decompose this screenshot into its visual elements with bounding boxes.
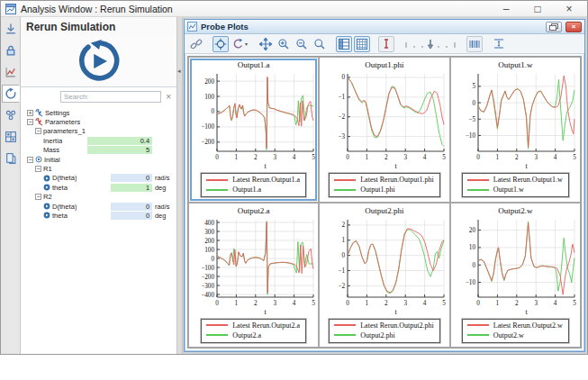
plot-cell-output2-w[interactable]: Output2.w20100−10012345tLatest Rerun.Out… xyxy=(450,203,581,348)
grid-multi-icon[interactable] xyxy=(354,36,370,52)
panel-splitter[interactable]: ◂ xyxy=(177,17,183,354)
plot-cell-output1-a[interactable]: Output1.a2001000−100−200012345tLatest Re… xyxy=(188,57,319,203)
svg-text:2: 2 xyxy=(254,300,258,307)
legend-label: Output2.w xyxy=(493,331,524,339)
legend-line-swatch xyxy=(206,179,228,181)
value-field[interactable]: 0.4 xyxy=(87,137,152,145)
zoom-out-icon[interactable] xyxy=(294,36,310,52)
molecule-icon[interactable] xyxy=(2,106,20,124)
link-icon[interactable] xyxy=(188,36,204,52)
legend-label: Output1.w xyxy=(493,185,524,194)
tree-row-settings[interactable]: +Settings xyxy=(24,108,174,117)
plot-cell-output1-w[interactable]: Output1.w50−5−10012345tLatest Rerun.Outp… xyxy=(450,57,581,203)
svg-text:1: 1 xyxy=(366,154,369,161)
value-field[interactable]: 0 xyxy=(111,203,152,211)
minimize-button[interactable]: – xyxy=(493,3,520,15)
tree-expander-icon[interactable]: − xyxy=(35,128,41,134)
align-icon[interactable] xyxy=(491,36,507,52)
library-icon[interactable] xyxy=(2,149,20,167)
tree-label: D(theta) xyxy=(52,174,77,182)
probe-float-button[interactable] xyxy=(546,22,562,32)
legend-line-swatch xyxy=(206,334,228,336)
tree-row-d-theta-[interactable]: D(theta)0rad/s xyxy=(24,202,174,211)
legend-row: Latest Rerun.Output1.w xyxy=(467,175,563,185)
search-row: × xyxy=(21,87,176,105)
plot-canvas[interactable]: 2001000−100−200012345t xyxy=(190,70,318,171)
legend-label: Output2.phi xyxy=(360,331,394,339)
tree-row-d-theta-[interactable]: D(theta)0rad/s xyxy=(24,174,174,183)
close-button[interactable]: × xyxy=(556,3,583,15)
schematic-icon[interactable] xyxy=(2,128,20,146)
lock-icon[interactable] xyxy=(2,41,20,59)
plot-cell-output1-phi[interactable]: Output1.phi0−1−2−3012345tLatest Rerun.Ou… xyxy=(319,57,449,203)
rerun-button[interactable] xyxy=(76,39,122,84)
zoom-in-icon[interactable] xyxy=(276,36,292,52)
state-blue-icon xyxy=(43,175,50,182)
plot-legend: Latest Rerun.Output2.phiOutput2.phi xyxy=(329,319,440,343)
probe-close-button[interactable]: × xyxy=(565,22,582,32)
maximize-button[interactable]: □ xyxy=(524,3,551,15)
tree-expander-icon[interactable]: − xyxy=(27,119,33,125)
svg-text:1: 1 xyxy=(341,237,345,244)
plot-title: Output2.a xyxy=(238,206,270,216)
slider[interactable] xyxy=(403,36,458,52)
probe-cursor-icon[interactable] xyxy=(213,36,229,52)
marker-icon[interactable] xyxy=(378,36,394,52)
search-input[interactable] xyxy=(60,91,161,103)
plot-cell-output2-a[interactable]: Output2.a4003002001000−100−200−300−40001… xyxy=(188,203,319,348)
plot-legend: Latest Rerun.Output1.wOutput1.w xyxy=(462,173,569,197)
tree-row-mass[interactable]: Mass5 xyxy=(24,146,174,155)
barcode-icon[interactable] xyxy=(466,36,483,52)
tree-row-r2[interactable]: −R2 xyxy=(24,193,174,202)
plot-legend: Latest Rerun.Output1.phiOutput1.phi xyxy=(329,173,440,197)
tree-label: Parameters xyxy=(45,118,80,126)
tree-row-theta[interactable]: theta0deg xyxy=(24,211,174,220)
plot-canvas[interactable]: 210−1−2012345t xyxy=(321,216,448,317)
plot-title: Output1.w xyxy=(498,60,532,70)
value-field[interactable]: 0 xyxy=(111,174,152,182)
tree-expander-icon[interactable]: − xyxy=(35,166,41,172)
svg-text:0: 0 xyxy=(211,255,214,262)
value-field[interactable]: 1 xyxy=(111,184,152,192)
legend-label: Output2.a xyxy=(232,331,261,339)
series-latest-rerun-output1-phi xyxy=(348,77,444,137)
grid-single-icon[interactable] xyxy=(336,36,352,52)
svg-text:2: 2 xyxy=(384,300,388,307)
chevron-down-icon: ▾ xyxy=(245,41,248,47)
legend-row: Output2.phi xyxy=(334,330,434,340)
svg-text:3: 3 xyxy=(273,300,276,307)
svg-text:100: 100 xyxy=(204,94,214,101)
plot-title: Output2.w xyxy=(498,206,532,216)
value-field[interactable]: 0 xyxy=(111,212,152,220)
zoom-reset-icon[interactable] xyxy=(312,36,328,52)
rotate-icon[interactable]: ▾ xyxy=(231,36,249,52)
plot-cell-output2-phi[interactable]: Output2.phi210−1−2012345tLatest Rerun.Ou… xyxy=(319,203,449,348)
plot-canvas[interactable]: 4003002001000−100−200−300−400012345t xyxy=(190,216,318,317)
tree-expander-icon[interactable]: + xyxy=(27,110,33,116)
tree-expander-icon[interactable]: − xyxy=(27,157,33,163)
tree-expander-icon[interactable]: − xyxy=(35,194,41,200)
unit-label: deg xyxy=(152,184,174,192)
series-output1-a xyxy=(217,77,313,149)
chart-icon[interactable] xyxy=(2,63,20,81)
collapse-panel-icon[interactable]: ◂ xyxy=(177,68,181,75)
rerun-icon[interactable] xyxy=(2,85,20,103)
svg-text:0: 0 xyxy=(477,154,481,161)
tree-row-inertia[interactable]: Inertia0.4 xyxy=(24,136,174,145)
tree-row-parameters[interactable]: −Parameters xyxy=(24,117,174,126)
tree-row-r1[interactable]: −R1 xyxy=(24,164,174,173)
plot-canvas[interactable]: 0−1−2−3012345t xyxy=(321,70,448,171)
tree-row-parameters-1[interactable]: −parameters_1 xyxy=(24,127,174,136)
value-field[interactable]: 5 xyxy=(87,146,152,154)
plot-canvas[interactable]: 50−5−10012345t xyxy=(451,70,579,171)
pan-icon[interactable] xyxy=(258,36,274,52)
plot-canvas[interactable]: 20100−10012345t xyxy=(451,216,579,317)
tree-label: Inertia xyxy=(43,137,62,145)
svg-text:2: 2 xyxy=(384,154,388,161)
tree-row-theta[interactable]: theta1deg xyxy=(24,183,174,192)
rerun-panel: Rerun Simulation × +Settings−Parameters−… xyxy=(21,17,177,354)
dock-arrow-icon[interactable] xyxy=(2,20,20,38)
search-clear-icon[interactable]: × xyxy=(164,93,173,102)
tree-row-initial[interactable]: −Initial xyxy=(24,155,174,164)
tree-label: parameters_1 xyxy=(43,127,86,135)
